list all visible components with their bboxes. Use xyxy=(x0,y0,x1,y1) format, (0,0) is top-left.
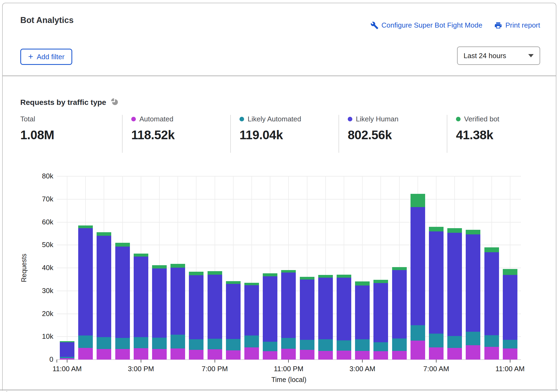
bar-segment-automated xyxy=(318,351,333,360)
page-title: Bot Analytics xyxy=(20,15,74,25)
stat-likely-human-value: 802.56k xyxy=(348,128,445,142)
bar-segment-verified-bot xyxy=(373,280,388,283)
bar-segment-verified-bot xyxy=(300,277,314,280)
traffic-bar[interactable] xyxy=(244,283,259,360)
chevron-down-icon xyxy=(528,54,534,57)
bar-segment-automated xyxy=(134,348,148,360)
header-divider xyxy=(2,75,556,76)
bar-segment-likely-automated xyxy=(134,337,148,348)
configure-super-bot-fight-mode-link[interactable]: Configure Super Bot Fight Mode xyxy=(370,21,482,29)
bar-segment-likely-automated xyxy=(318,339,333,351)
bar-segment-likely-human xyxy=(134,257,148,337)
bar-segment-automated xyxy=(447,348,462,360)
bar-segment-likely-automated xyxy=(300,340,314,350)
bar-segment-verified-bot xyxy=(134,254,148,257)
bar-segment-automated xyxy=(503,348,517,360)
bar-segment-automated xyxy=(152,349,167,360)
add-filter-label: Add filter xyxy=(37,53,65,61)
bar-segment-likely-automated xyxy=(392,338,407,351)
bar-segment-likely-automated xyxy=(337,340,351,351)
x-tick-label: 3:00 AM xyxy=(349,365,375,373)
stat-total: Total 1.08M xyxy=(20,115,118,142)
bar-segment-verified-bot xyxy=(263,273,277,276)
traffic-bar[interactable] xyxy=(503,269,517,360)
bar-segment-likely-human xyxy=(447,233,462,336)
stat-divider xyxy=(447,115,447,153)
traffic-bar[interactable] xyxy=(78,225,93,360)
bar-segment-verified-bot xyxy=(244,283,259,285)
bar-segment-verified-bot xyxy=(484,247,499,253)
printer-icon xyxy=(494,21,502,29)
bar-segment-verified-bot xyxy=(318,275,333,278)
add-filter-button[interactable]: + Add filter xyxy=(20,49,72,65)
bar-segment-likely-human xyxy=(373,283,388,342)
traffic-bar[interactable] xyxy=(429,227,444,360)
x-tick-mark xyxy=(288,360,289,363)
bar-segment-verified-bot xyxy=(355,281,370,285)
bar-segment-verified-bot xyxy=(152,265,167,268)
traffic-bar[interactable] xyxy=(134,254,148,360)
time-range-select[interactable]: Last 24 hours xyxy=(457,46,540,65)
stat-likely-human: Likely Human 802.56k xyxy=(348,115,445,142)
traffic-bar[interactable] xyxy=(263,273,277,360)
stat-automated-value: 118.52k xyxy=(131,128,229,142)
y-tick-label: 50k xyxy=(30,241,53,249)
traffic-bar[interactable] xyxy=(318,275,333,360)
h-gridline xyxy=(57,222,521,222)
traffic-bar[interactable] xyxy=(152,265,167,360)
bar-segment-verified-bot xyxy=(466,230,480,234)
bar-segment-likely-human xyxy=(429,231,444,334)
traffic-bar[interactable] xyxy=(337,275,351,360)
bar-segment-automated xyxy=(281,349,296,360)
traffic-bar[interactable] xyxy=(226,281,241,360)
bar-segment-likely-human xyxy=(78,228,93,335)
traffic-bar[interactable] xyxy=(281,270,296,360)
likely-automated-dot-icon xyxy=(239,117,244,121)
traffic-bar[interactable] xyxy=(189,272,203,360)
bot-analytics-page: Bot Analytics Configure Super Bot Fight … xyxy=(0,0,558,392)
traffic-bar[interactable] xyxy=(466,230,480,360)
bar-segment-likely-human xyxy=(281,273,296,338)
header-links: Configure Super Bot Fight Mode Print rep… xyxy=(370,21,540,29)
bar-segment-likely-automated xyxy=(503,340,517,348)
traffic-bar[interactable] xyxy=(373,280,388,360)
bar-segment-automated xyxy=(355,351,370,360)
bar-segment-likely-automated xyxy=(281,338,296,349)
section-title: Requests by traffic type xyxy=(20,97,119,108)
traffic-bar[interactable] xyxy=(411,194,425,360)
print-report-link[interactable]: Print report xyxy=(494,21,540,29)
bar-segment-likely-human xyxy=(411,207,425,325)
traffic-bar[interactable] xyxy=(447,228,462,360)
y-tick-label: 80k xyxy=(30,172,53,180)
x-axis-origin-tick xyxy=(57,360,57,363)
traffic-bar[interactable] xyxy=(484,247,499,360)
traffic-bar[interactable] xyxy=(355,281,370,360)
v-gridline xyxy=(67,176,67,360)
bar-segment-verified-bot xyxy=(97,232,111,236)
traffic-bar[interactable] xyxy=(97,232,111,360)
traffic-bar[interactable] xyxy=(392,267,407,360)
traffic-bar[interactable] xyxy=(115,243,130,360)
bar-segment-likely-automated xyxy=(411,325,425,341)
bar-segment-likely-automated xyxy=(263,342,277,351)
traffic-bar[interactable] xyxy=(300,277,314,360)
bar-segment-likely-human xyxy=(60,342,74,357)
bar-segment-likely-human xyxy=(244,285,259,335)
traffic-bar[interactable] xyxy=(60,341,74,360)
bar-segment-automated xyxy=(244,347,259,360)
traffic-bar[interactable] xyxy=(170,264,185,360)
bar-segment-likely-human xyxy=(189,275,203,339)
bar-segment-automated xyxy=(170,348,185,360)
y-tick-label: 60k xyxy=(30,218,53,226)
bar-segment-likely-human xyxy=(337,278,351,340)
x-tick-mark xyxy=(510,360,510,363)
bar-segment-likely-automated xyxy=(152,338,167,349)
bar-segment-likely-automated xyxy=(78,335,93,348)
stat-divider xyxy=(122,115,123,153)
bar-segment-likely-human xyxy=(115,247,130,338)
traffic-bar[interactable] xyxy=(208,271,222,360)
bar-segment-verified-bot xyxy=(115,243,130,247)
pie-chart-icon xyxy=(110,97,119,108)
stat-likely-automated-value: 119.04k xyxy=(239,128,337,142)
bar-segment-likely-automated xyxy=(484,335,499,347)
